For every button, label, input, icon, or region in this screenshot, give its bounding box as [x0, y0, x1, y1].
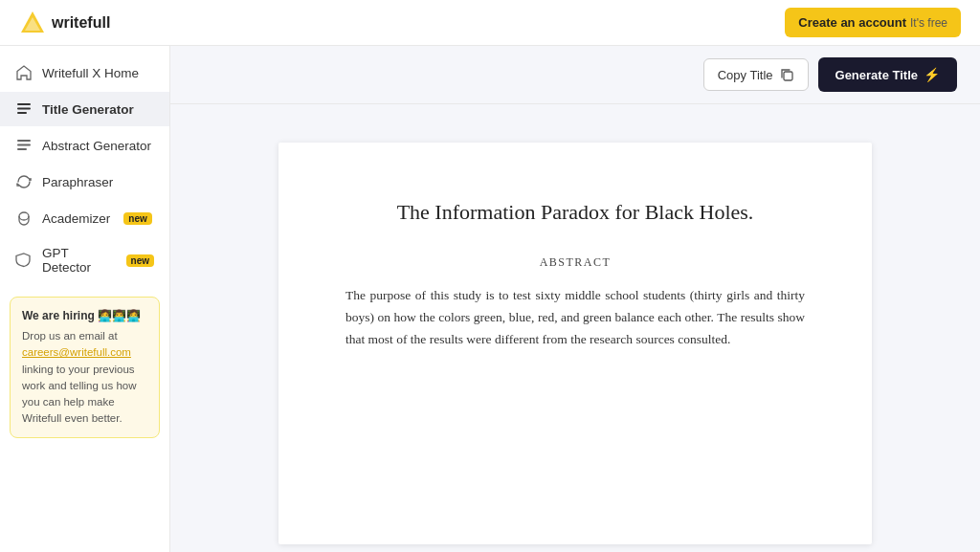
svg-point-8 — [19, 212, 29, 220]
sidebar-label-gpt-detector: GPT Detector — [42, 246, 113, 275]
lines-icon-title — [15, 100, 33, 118]
hiring-suffix: linking to your previous work and tellin… — [22, 364, 137, 425]
create-account-button[interactable]: Create an account It's free — [785, 8, 961, 37]
refresh-icon — [15, 173, 33, 190]
svg-rect-9 — [784, 72, 792, 80]
svg-rect-6 — [17, 144, 31, 146]
sidebar-label-home: Writefull X Home — [42, 66, 139, 80]
shield-icon — [15, 252, 33, 269]
gpt-detector-badge: new — [126, 254, 154, 267]
document-title: The Information Paradox for Black Holes. — [345, 200, 805, 225]
hiring-box: We are hiring 👩‍💻👨‍💻👩‍💻 Drop us an email… — [10, 297, 160, 438]
sidebar-item-gpt-detector[interactable]: GPT Detector new — [0, 237, 169, 283]
generate-title-button[interactable]: Generate Title ⚡ — [818, 57, 957, 92]
main-layout: Writefull X Home Title Generator Abstrac… — [0, 46, 980, 552]
hiring-body: Drop us an email at — [22, 330, 118, 342]
generate-title-label: Generate Title — [835, 68, 918, 82]
academizer-badge: new — [123, 212, 151, 225]
sidebar-item-abstract-generator[interactable]: Abstract Generator — [0, 128, 169, 163]
copy-title-label: Copy Title — [718, 68, 773, 82]
academizer-icon — [15, 210, 33, 227]
svg-rect-7 — [17, 148, 27, 150]
sidebar-item-academizer[interactable]: Academizer new — [0, 201, 169, 235]
sidebar-label-abstract-generator: Abstract Generator — [42, 139, 151, 153]
svg-rect-4 — [17, 112, 27, 114]
abstract-text: The purpose of this study is to test six… — [345, 285, 805, 351]
abstract-label: ABSTRACT — [345, 255, 805, 270]
writefull-logo-icon — [19, 10, 46, 36]
content-area: Copy Title Generate Title ⚡ The Informat… — [170, 46, 980, 552]
sidebar-item-home[interactable]: Writefull X Home — [0, 55, 169, 90]
logo: writefull — [19, 10, 110, 36]
document-area: The Information Paradox for Black Holes.… — [170, 104, 980, 552]
sidebar-item-title-generator[interactable]: Title Generator — [0, 92, 169, 126]
sidebar-label-title-generator: Title Generator — [42, 102, 134, 117]
hiring-title: We are hiring 👩‍💻👨‍💻👩‍💻 — [22, 307, 147, 324]
svg-rect-3 — [17, 108, 31, 110]
hiring-email[interactable]: careers@writefull.com — [22, 346, 131, 358]
svg-rect-2 — [17, 103, 31, 105]
topbar: writefull Create an account It's free — [0, 0, 980, 46]
home-icon — [15, 64, 33, 81]
copy-title-button[interactable]: Copy Title — [703, 58, 809, 91]
toolbar: Copy Title Generate Title ⚡ — [170, 46, 980, 104]
sidebar: Writefull X Home Title Generator Abstrac… — [0, 46, 170, 552]
lines-icon-abstract — [15, 137, 33, 154]
sidebar-label-academizer: Academizer — [42, 211, 110, 226]
document-paper: The Information Paradox for Black Holes.… — [278, 143, 872, 544]
sidebar-label-paraphraser: Paraphraser — [42, 175, 113, 189]
logo-text: writefull — [52, 14, 110, 32]
copy-icon — [779, 67, 794, 82]
bolt-icon: ⚡ — [924, 67, 940, 82]
cta-sublabel: It's free — [910, 16, 947, 30]
svg-rect-5 — [17, 140, 31, 142]
cta-label: Create an account — [798, 15, 906, 30]
sidebar-item-paraphraser[interactable]: Paraphraser — [0, 165, 169, 199]
